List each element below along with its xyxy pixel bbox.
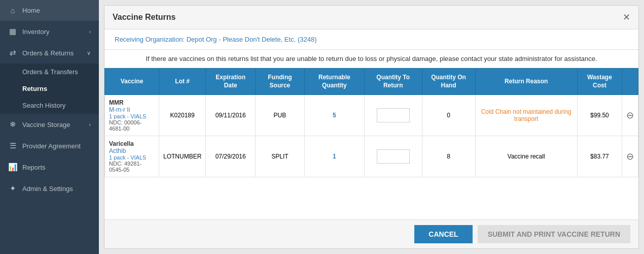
sidebar-label-orders-returns: Orders & Returns	[22, 49, 74, 57]
vaccine-sub-varicella: Acthib	[109, 147, 155, 154]
table-row: Varicella Acthib 1 pack - VIALS NDC: 492…	[105, 136, 638, 177]
sidebar-submenu: Orders & Transfers Returns Search Histor…	[0, 64, 99, 114]
col-qty-on-hand: Quantity On Hand	[422, 69, 475, 95]
sidebar-item-returns[interactable]: Returns	[0, 80, 99, 97]
sidebar-item-home[interactable]: ⌂ Home	[0, 0, 99, 21]
modal-header: Vaccine Returns ✕	[104, 6, 638, 29]
qty-to-return-cell-varicella	[364, 136, 422, 177]
vaccine-cell-mmr: MMR M-m-r Ii 1 pack - VIALS NDC: 00006-4…	[105, 95, 159, 136]
col-return-reason: Return Reason	[475, 69, 577, 95]
lot-varicella: LOTNUMBER	[159, 136, 205, 177]
sidebar-label-inventory: Inventory	[22, 28, 49, 36]
remove-button-mmr[interactable]: ⊖	[626, 111, 634, 120]
home-icon: ⌂	[8, 6, 17, 15]
main-area: Vaccine Returns ✕ Receiving Organization…	[99, 0, 644, 254]
sidebar-item-provider-agreement[interactable]: ☰ Provider Agreement	[0, 135, 99, 156]
vaccine-sub-mmr: M-m-r Ii	[109, 106, 155, 113]
sidebar-label-home: Home	[22, 7, 40, 14]
return-reason-mmr: Cold Chain not maintained during transpo…	[475, 95, 577, 136]
col-remove	[622, 69, 638, 95]
col-returnable-qty: Returnable Quantity	[304, 69, 364, 95]
search-history-label: Search History	[22, 102, 65, 109]
admin-icon: ✦	[8, 184, 17, 193]
provider-icon: ☰	[8, 141, 17, 150]
orders-icon: ⇄	[8, 48, 17, 57]
modal-body: Receiving Organization: Depot Org - Plea…	[104, 29, 638, 219]
chevron-down-icon: ∨	[87, 50, 91, 56]
orders-transfers-label: Orders & Transfers	[22, 68, 78, 76]
sidebar-label-provider: Provider Agreement	[22, 142, 81, 150]
sidebar-item-orders-transfers[interactable]: Orders & Transfers	[0, 64, 99, 80]
returns-label: Returns	[22, 85, 47, 92]
sidebar-item-search-history[interactable]: Search History	[0, 97, 99, 114]
funding-varicella: SPLIT	[256, 136, 305, 177]
modal-title: Vaccine Returns	[113, 13, 176, 22]
qty-to-return-input-mmr[interactable]	[377, 108, 410, 122]
chevron-right-icon: ›	[89, 28, 91, 35]
sidebar-label-admin: Admin & Settings	[22, 185, 73, 193]
wastage-cost-mmr: $99.50	[577, 95, 622, 136]
vaccine-cell-varicella: Varicella Acthib 1 pack - VIALS NDC: 492…	[105, 136, 159, 177]
vaccine-ndc-varicella: NDC: 49281-0545-05	[109, 161, 155, 173]
qty-to-return-input-varicella[interactable]	[377, 149, 410, 164]
vaccine-name-mmr: MMR	[109, 99, 155, 106]
sidebar-item-reports[interactable]: 📊 Reports	[0, 156, 99, 178]
table-header-row: Vaccine Lot # Expiration Date Funding So…	[105, 69, 638, 95]
table-row: MMR M-m-r Ii 1 pack - VIALS NDC: 00006-4…	[105, 95, 638, 136]
remove-cell-varicella: ⊖	[622, 136, 638, 177]
sidebar: ⌂ Home ▦ Inventory › ⇄ Orders & Returns …	[0, 0, 99, 254]
inventory-icon: ▦	[8, 27, 17, 36]
col-qty-to-return: Quantity To Return	[364, 69, 422, 95]
col-vaccine: Vaccine	[105, 69, 159, 95]
returns-table: Vaccine Lot # Expiration Date Funding So…	[104, 68, 638, 177]
receiving-org: Receiving Organization: Depot Org - Plea…	[104, 29, 638, 50]
chevron-right-icon-2: ›	[89, 121, 91, 128]
modal: Vaccine Returns ✕ Receiving Organization…	[104, 5, 639, 249]
lot-mmr: K020189	[159, 95, 205, 136]
modal-footer: CANCEL SUBMIT AND PRINT VACCINE RETURN	[104, 219, 638, 248]
qty-to-return-cell-mmr	[364, 95, 422, 136]
returnable-qty-mmr: 5	[304, 95, 364, 136]
sidebar-item-orders-returns[interactable]: ⇄ Orders & Returns ∨	[0, 42, 99, 64]
sidebar-item-admin-settings[interactable]: ✦ Admin & Settings	[0, 178, 99, 199]
warning-message: If there are vaccines on this returns li…	[104, 50, 638, 68]
col-wastage-cost: Wastage Cost	[577, 69, 622, 95]
qty-on-hand-mmr: 0	[422, 95, 475, 136]
col-expiration: Expiration Date	[206, 69, 256, 95]
vaccine-storage-icon: ❄	[8, 120, 17, 129]
reports-icon: 📊	[8, 163, 17, 172]
cancel-button[interactable]: CANCEL	[414, 225, 472, 243]
funding-mmr: PUB	[256, 95, 305, 136]
expiration-varicella: 07/29/2016	[206, 136, 256, 177]
qty-on-hand-varicella: 8	[422, 136, 475, 177]
wastage-cost-varicella: $83.77	[577, 136, 622, 177]
vaccine-pack-mmr: 1 pack - VIALS	[109, 113, 155, 119]
col-funding: Funding Source	[256, 69, 305, 95]
return-reason-varicella: Vaccine recall	[475, 136, 577, 177]
returnable-qty-varicella: 1	[304, 136, 364, 177]
remove-button-varicella[interactable]: ⊖	[626, 152, 634, 161]
remove-cell-mmr: ⊖	[622, 95, 638, 136]
sidebar-item-vaccine-storage[interactable]: ❄ Vaccine Storage ›	[0, 114, 99, 135]
submit-button[interactable]: SUBMIT AND PRINT VACCINE RETURN	[478, 225, 630, 243]
vaccine-name-varicella: Varicella	[109, 140, 155, 147]
vaccine-pack-varicella: 1 pack - VIALS	[109, 154, 155, 161]
sidebar-label-vaccine-storage: Vaccine Storage	[22, 121, 70, 129]
sidebar-label-reports: Reports	[22, 164, 46, 171]
expiration-mmr: 09/11/2016	[206, 95, 256, 136]
close-button[interactable]: ✕	[623, 12, 630, 23]
sidebar-item-inventory[interactable]: ▦ Inventory ›	[0, 21, 99, 42]
vaccine-ndc-mmr: NDC: 00006-4681-00	[109, 119, 155, 132]
col-lot: Lot #	[159, 69, 205, 95]
